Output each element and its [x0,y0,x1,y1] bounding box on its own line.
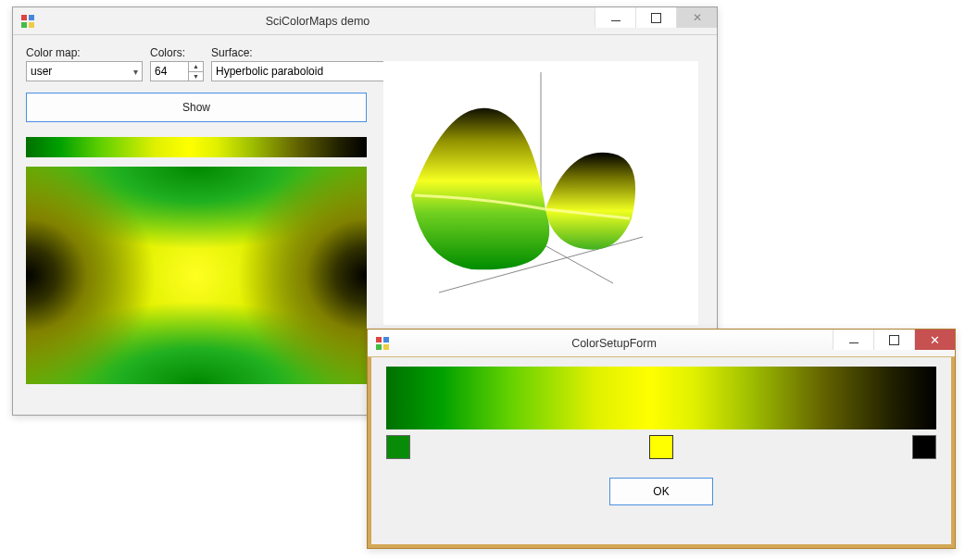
ok-button[interactable]: OK [609,478,713,505]
spin-up-icon[interactable]: ▲ [189,62,203,72]
ok-button-label: OK [653,485,669,498]
close-button[interactable] [914,330,955,350]
colors-value: 64 [151,62,188,81]
colors-label: Colors: [150,46,204,59]
spin-down-icon[interactable]: ▼ [189,72,203,81]
surface-label: Surface: [211,46,398,59]
close-button[interactable] [676,7,717,28]
chevron-down-icon: ▾ [133,67,138,77]
main-titlebar[interactable]: SciColorMaps demo [13,7,717,35]
swatch-row [386,435,936,461]
colormap-select[interactable]: user ▾ [26,61,143,81]
colormap-label: Color map: [26,46,143,59]
gradient-editor-strip[interactable] [386,367,936,429]
surface-value: Hyperbolic paraboloid [216,65,323,78]
colors-stepper[interactable]: 64 ▲ ▼ [150,61,204,81]
color-setup-window: ColorSetupForm OK [367,329,956,549]
svg-rect-10 [383,344,389,350]
svg-rect-3 [29,22,34,28]
svg-rect-9 [376,344,382,350]
svg-rect-0 [21,15,27,20]
minimize-button[interactable] [833,330,873,350]
window-controls [595,7,717,34]
swatch-mid[interactable] [649,435,673,459]
show-button-label: Show [182,101,210,114]
colormap-value: user [31,65,52,78]
heatmap-preview [26,167,367,384]
swatch-right[interactable] [912,435,936,459]
svg-rect-1 [29,15,34,20]
surface-3d-plot [383,61,698,325]
show-button[interactable]: Show [26,93,367,122]
maximize-button[interactable] [635,7,676,28]
setup-title: ColorSetupForm [395,337,833,350]
colormap-strip [26,137,367,157]
svg-rect-7 [376,337,382,342]
maximize-button[interactable] [873,330,914,350]
svg-rect-2 [21,22,27,28]
main-title: SciColorMaps demo [41,15,595,28]
spin-buttons: ▲ ▼ [188,62,203,81]
svg-rect-8 [383,337,389,342]
window-controls [833,330,955,356]
surface-select[interactable]: Hyperbolic paraboloid ▾ [211,61,398,81]
app-icon [375,336,390,351]
app-icon [20,14,35,29]
minimize-button[interactable] [595,7,635,28]
setup-titlebar[interactable]: ColorSetupForm [368,330,955,357]
swatch-left[interactable] [386,435,410,459]
